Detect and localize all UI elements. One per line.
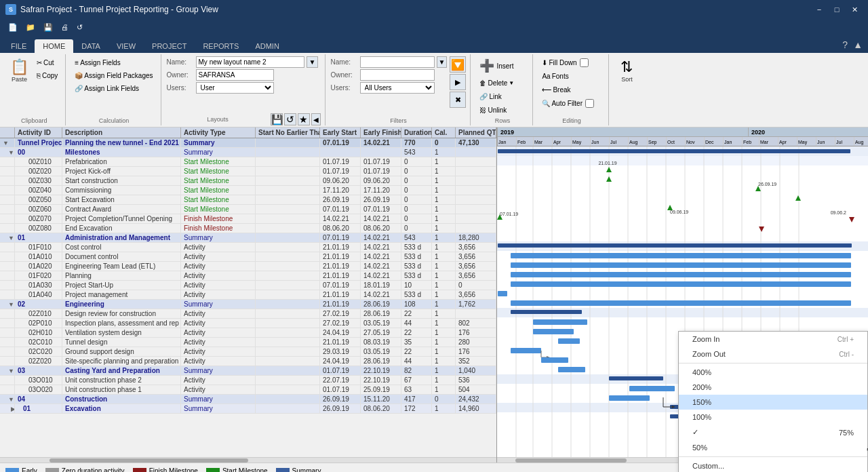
qat-save[interactable]: 💾 [41, 22, 56, 33]
gantt-bar-02c020[interactable] [541, 357, 568, 363]
col-description[interactable]: Description [62, 127, 181, 138]
gantt-bar-01a010[interactable] [511, 262, 851, 268]
table-row[interactable]: ▼ 03 Casting Yard and Preparation Summar… [0, 366, 496, 376]
table-row[interactable]: ▼ 01 Administration and Management Summa… [0, 233, 496, 243]
gantt-bar-03-summary[interactable] [609, 376, 663, 380]
table-row[interactable]: 01A020 Engineering Team Lead (ETL) Activ… [0, 262, 496, 271]
assign-field-packages-button[interactable]: 📦 Assign Field Packages [71, 69, 156, 81]
tab-home[interactable]: HOME [35, 39, 73, 53]
gantt-bar-02p010[interactable] [533, 329, 574, 334]
table-row[interactable]: 02P010 Inspection plans, assessment and … [0, 319, 496, 328]
layout-refresh-button[interactable]: ↺ [284, 113, 296, 125]
break-button[interactable]: ⟵ Break [538, 83, 574, 96]
gantt-bar-summary-root[interactable] [498, 149, 850, 153]
table-row[interactable]: 00Z020 Project Kick-off Start Milestone … [0, 167, 496, 176]
tab-project[interactable]: PROJECT [144, 39, 195, 53]
table-row[interactable]: 02Z020 Site-specific planning and prepar… [0, 357, 496, 366]
help-icon[interactable]: ? [840, 37, 850, 53]
filter-apply-button[interactable]: ▶ [450, 74, 466, 90]
ctx-150[interactable]: 150% [679, 395, 867, 410]
minimize-button[interactable]: − [811, 3, 827, 16]
maximize-button[interactable]: □ [829, 3, 845, 16]
col-activity-id[interactable]: Activity ID [15, 127, 62, 138]
copy-button[interactable]: ⎘ Copy [33, 69, 61, 81]
expand-icon[interactable]: ▼ [8, 149, 14, 156]
layout-collapse-button[interactable]: ◀ [311, 113, 321, 125]
grid-body[interactable]: ▼ Tunnel Project Reporting Planning the … [0, 138, 496, 457]
ctx-400[interactable]: 400% [679, 365, 867, 380]
link-button[interactable]: 🔗 Link [476, 90, 505, 102]
qat-undo[interactable]: ↺ [74, 22, 85, 33]
filter-users-select[interactable]: All Users [360, 82, 435, 94]
table-row[interactable]: 02H010 Ventilation system design Activit… [0, 328, 496, 338]
ctx-100[interactable]: 100% [679, 410, 867, 425]
qat-open[interactable]: 📁 [23, 22, 38, 33]
tab-data[interactable]: DATA [73, 39, 108, 53]
paste-button[interactable]: 📋 Paste [7, 56, 32, 85]
table-row[interactable]: 00Z040 Commissioning Start Milestone 17.… [0, 186, 496, 195]
gantt-bar-01f020[interactable] [511, 281, 851, 287]
table-row[interactable]: ▶ 01 Excavation Summary 26.09.19 08.06.2… [0, 404, 496, 414]
layout-star-button[interactable]: ★ [298, 113, 310, 125]
ctx-zoom-in[interactable]: Zoom In Ctrl + [679, 332, 867, 347]
unlink-button[interactable]: ⛓ Unlink [476, 104, 510, 116]
gantt-bar-01a030[interactable] [498, 291, 507, 296]
layout-owner-input[interactable] [196, 69, 274, 81]
fill-down-button[interactable]: ⬇ Fill Down [538, 56, 591, 68]
gantt-bar-02z020[interactable] [558, 367, 585, 372]
table-row[interactable]: ▼ 02 Engineering Summary 21.01.19 28.06.… [0, 300, 496, 309]
gantt-bar-03o020[interactable] [609, 395, 650, 401]
qat-print[interactable]: 🖨 [58, 22, 71, 33]
expand-icon[interactable]: ▼ [8, 301, 14, 308]
table-row[interactable]: ▼ 00 Milestones Summary 543 1 [0, 148, 496, 157]
layout-name-input[interactable] [196, 56, 304, 68]
col-duration[interactable]: Duration [401, 127, 432, 138]
col-qty[interactable]: Planned QTY [456, 127, 496, 138]
cut-button[interactable]: ✂ Cut [33, 56, 61, 68]
close-button[interactable]: ✕ [846, 3, 863, 16]
assign-fields-button[interactable]: ≡ Assign Fields [71, 56, 156, 68]
tab-reports[interactable]: REPORTS [195, 39, 247, 53]
table-row[interactable]: 02C010 Tunnel design Activity 21.01.19 0… [0, 338, 496, 347]
table-row[interactable]: 02Z010 Design review for construction Ac… [0, 309, 496, 319]
fill-down-checkbox[interactable] [580, 58, 589, 67]
table-row[interactable]: 02C020 Ground support design Activity 29… [0, 347, 496, 357]
gantt-bar-01a040[interactable] [511, 300, 851, 306]
gantt-bar-02z010[interactable] [533, 319, 587, 325]
table-row[interactable]: 01F010 Cost control Activity 21.01.19 14… [0, 243, 496, 252]
ctx-75[interactable]: ✓ 75% [679, 425, 867, 440]
ctx-zoom-out[interactable]: Zoom Out Ctrl - [679, 347, 867, 361]
auto-filter-checkbox[interactable] [585, 99, 594, 108]
col-activity-type[interactable]: Activity Type [181, 127, 256, 138]
gantt-bar-02h010[interactable] [558, 338, 580, 344]
gantt-bar-02c010[interactable] [511, 348, 541, 353]
expand-icon[interactable]: ▼ [3, 140, 9, 146]
filter-name-dropdown[interactable]: ▼ [437, 56, 448, 68]
table-row[interactable]: 01A040 Project management Activity 21.01… [0, 290, 496, 300]
ctx-50[interactable]: 50% [679, 440, 867, 455]
ctx-custom[interactable]: Custom... [679, 458, 867, 472]
fonts-button[interactable]: Aa Fonts [538, 70, 572, 82]
col-early-finish[interactable]: Early Finish [361, 127, 401, 138]
filter-name-input[interactable] [360, 56, 435, 68]
ctx-200[interactable]: 200% [679, 380, 867, 395]
layout-dropdown-button[interactable]: ▼ [307, 56, 319, 68]
table-row[interactable]: 00Z050 Start Excavation Start Milestone … [0, 195, 496, 205]
table-row[interactable]: ▼ 04 Construction Summary 26.09.19 15.11… [0, 395, 496, 404]
sort-button[interactable]: ⇅ Sort [614, 56, 639, 85]
table-row[interactable]: ▼ Tunnel Project Reporting Planning the … [0, 138, 496, 148]
table-row[interactable]: 00Z030 Start construction Start Mileston… [0, 176, 496, 186]
table-row[interactable]: 01A030 Project Start-Up Activity 07.01.1… [0, 281, 496, 290]
filter-owner-input[interactable] [360, 69, 435, 81]
table-row[interactable]: 00Z070 Project Completion/Tunnel Opening… [0, 214, 496, 224]
delete-button[interactable]: 🗑 Delete ▼ [476, 77, 517, 89]
filter-clear-button[interactable]: ✖ [450, 92, 466, 108]
table-row[interactable]: 01F020 Planning Activity 21.01.19 14.02.… [0, 271, 496, 281]
minimize-ribbon-icon[interactable]: ▲ [850, 37, 865, 53]
table-row[interactable]: 03O020 Unit construction phase 1 Activit… [0, 385, 496, 395]
layout-save-button[interactable]: 💾 [271, 113, 283, 125]
tab-file[interactable]: FILE [3, 39, 35, 53]
qat-new[interactable]: 📄 [5, 22, 20, 33]
col-early-start[interactable]: Early Start [320, 127, 361, 138]
insert-button[interactable]: ➕ Insert [476, 56, 517, 75]
